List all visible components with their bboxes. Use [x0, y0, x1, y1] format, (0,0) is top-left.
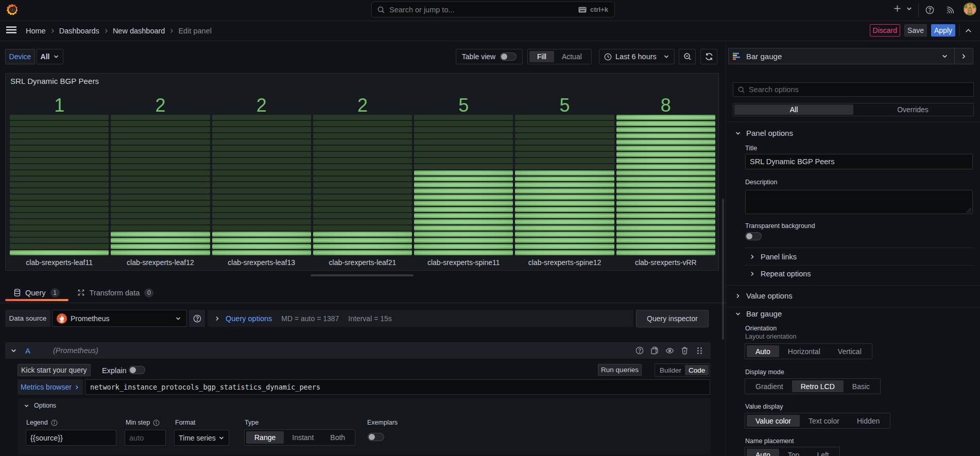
query-inspector-button[interactable]: Query inspector [636, 310, 709, 327]
page-header: Home Dashboards New dashboard Edit panel… [0, 21, 980, 41]
breadcrumb-dashboards[interactable]: Dashboards [59, 27, 99, 35]
lcd-cell-lit [212, 244, 311, 249]
orientation-horizontal-option[interactable]: Horizontal [779, 345, 829, 357]
builder-mode-option[interactable]: Builder [656, 365, 685, 375]
lcd-cell-unlit [313, 127, 412, 132]
hide-query-button[interactable] [663, 344, 676, 357]
transparent-background-toggle[interactable] [745, 232, 762, 240]
orientation-vertical-option[interactable]: Vertical [829, 345, 870, 357]
query-options-toggle[interactable]: Query options MD = auto = 1387 Interval … [208, 310, 633, 327]
visualization-picker[interactable]: Bar gauge [728, 48, 973, 64]
fill-option[interactable]: Fill [529, 51, 554, 62]
lcd-cell-lit [414, 170, 513, 176]
lcd-cell-lit [414, 195, 513, 200]
promql-expression-input[interactable]: network_instance_protocols_bgp_statistic… [85, 379, 710, 395]
min-step-input[interactable]: auto [125, 430, 166, 446]
refresh-button[interactable] [700, 49, 717, 64]
lcd-cell-lit [515, 244, 614, 249]
collapse-options-pane-button[interactable] [954, 48, 973, 64]
bar-gauge-section-toggle[interactable]: Bar gauge [735, 309, 782, 318]
lcd-cell-lit [414, 177, 513, 182]
text-color-option[interactable]: Text color [800, 415, 848, 427]
format-select[interactable]: Time series [174, 430, 229, 446]
range-option[interactable]: Range [246, 431, 284, 444]
metrics-browser-toggle[interactable]: Metrics browser [18, 379, 83, 395]
display-basic-option[interactable]: Basic [844, 380, 879, 392]
orientation-auto-option[interactable]: Auto [747, 345, 779, 357]
overrides-tab[interactable]: Overrides [853, 104, 972, 115]
panel-title[interactable]: SRL Dynamic BGP Peers [10, 77, 99, 85]
query-help-button[interactable] [633, 344, 646, 357]
tab-transform-data[interactable]: Transform data 0 [68, 284, 163, 301]
menu-toggle-button[interactable] [6, 26, 16, 33]
kick-start-query-button[interactable]: Kick start your query [18, 364, 91, 376]
eye-icon [665, 346, 674, 355]
datasource-help-button[interactable] [189, 310, 205, 327]
news-rss-button[interactable] [947, 6, 954, 14]
breadcrumb-new-dashboard[interactable]: New dashboard [113, 27, 165, 35]
grafana-logo[interactable] [6, 3, 18, 16]
main-scrollbar-thumb[interactable] [722, 199, 724, 340]
time-range-picker[interactable]: Last 6 hours [599, 49, 675, 64]
run-queries-button[interactable]: Run queries [598, 364, 642, 376]
duplicate-query-button[interactable] [648, 344, 661, 357]
lcd-cell-unlit [212, 146, 311, 151]
panel-title-input[interactable]: SRL Dynamic BGP Peers [745, 154, 973, 169]
explain-toggle[interactable] [129, 366, 145, 374]
drag-handle[interactable] [693, 344, 706, 357]
save-button[interactable]: Save [904, 24, 927, 37]
help-button[interactable] [925, 6, 934, 14]
lcd-cell-unlit [111, 182, 210, 187]
value-options-section-toggle[interactable]: Value options [735, 291, 793, 300]
repeat-options-toggle[interactable]: Repeat options [749, 270, 811, 278]
value-color-option[interactable]: Value color [747, 415, 800, 427]
bar-gauge-panel[interactable]: SRL Dynamic BGP Peers 1clab-srexperts-le… [5, 73, 719, 271]
panel-options-section-toggle[interactable]: Panel options [735, 129, 793, 137]
new-menu-button[interactable] [893, 5, 913, 12]
tab-query[interactable]: Query 1 [5, 284, 68, 301]
name-auto-option[interactable]: Auto [747, 449, 779, 456]
variable-label[interactable]: Device [5, 49, 35, 64]
hidden-option[interactable]: Hidden [848, 415, 888, 427]
variable-value-picker[interactable]: All [37, 49, 63, 64]
code-mode-option[interactable]: Code [685, 365, 709, 375]
display-retro-lcd-option[interactable]: Retro LCD [792, 380, 844, 392]
name-left-option[interactable]: Left [808, 449, 837, 456]
grip-icon [696, 347, 703, 355]
actual-option[interactable]: Actual [554, 51, 590, 62]
search-options-input[interactable]: Search options [733, 82, 974, 97]
delete-query-button[interactable] [678, 344, 691, 357]
lcd-cell-lit [313, 232, 412, 237]
options-collapse-toggle[interactable]: Options [24, 402, 56, 409]
instant-option[interactable]: Instant [284, 431, 322, 444]
info-circle-icon [51, 419, 58, 426]
zoom-out-button[interactable] [679, 49, 696, 64]
all-options-tab[interactable]: All [734, 104, 853, 115]
exemplars-toggle[interactable] [368, 433, 384, 441]
lcd-cell-unlit [212, 170, 311, 176]
query-row-header[interactable]: A (Prometheus) [5, 342, 711, 359]
display-gradient-option[interactable]: Gradient [747, 380, 792, 392]
lcd-cell-lit [414, 250, 513, 255]
lcd-cell-lit [616, 139, 715, 145]
datasource-picker[interactable]: Prometheus [52, 310, 187, 327]
table-view-toggle[interactable] [500, 52, 517, 61]
collapse-header-button[interactable] [964, 24, 972, 37]
both-option[interactable]: Both [322, 431, 353, 444]
lcd-cell-unlit [313, 225, 412, 231]
panel-description-textarea[interactable] [745, 190, 973, 214]
name-top-option[interactable]: Top [779, 449, 809, 456]
lcd-cell-unlit [111, 115, 210, 120]
breadcrumb-home[interactable]: Home [26, 27, 46, 35]
global-search-input[interactable]: Search or jump to... ctrl+k [371, 2, 615, 17]
lcd-cell-unlit [10, 164, 109, 169]
panel-links-toggle[interactable]: Panel links [749, 253, 797, 261]
user-avatar[interactable] [964, 3, 976, 15]
resize-grip-icon [967, 208, 971, 213]
panel-resize-handle[interactable] [311, 274, 414, 276]
apply-button[interactable]: Apply [931, 24, 955, 37]
chevron-down-icon [941, 53, 948, 60]
discard-button[interactable]: Discard [870, 24, 900, 37]
legend-input[interactable]: {{source}} [26, 430, 116, 446]
rss-icon [947, 6, 954, 14]
